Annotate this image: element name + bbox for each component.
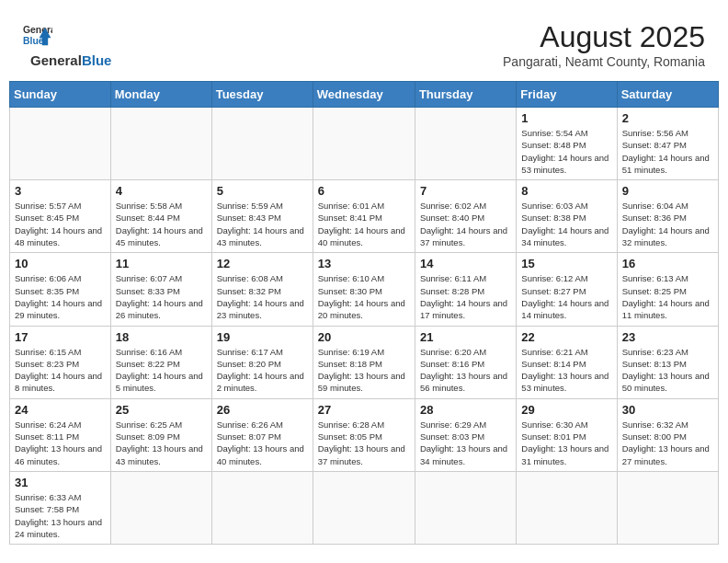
day-info: Sunrise: 6:04 AM Sunset: 8:36 PM Dayligh… [622, 200, 713, 248]
day-number: 12 [217, 257, 308, 270]
calendar-cell: 31Sunrise: 6:33 AM Sunset: 7:58 PM Dayli… [10, 471, 111, 544]
calendar-cell: 23Sunrise: 6:23 AM Sunset: 8:13 PM Dayli… [617, 326, 718, 398]
week-row-3: 10Sunrise: 6:06 AM Sunset: 8:35 PM Dayli… [10, 253, 719, 326]
day-info: Sunrise: 6:16 AM Sunset: 8:22 PM Dayligh… [116, 346, 207, 395]
calendar-cell [211, 471, 313, 544]
weekday-header-monday: Monday [110, 82, 211, 108]
week-row-5: 24Sunrise: 6:24 AM Sunset: 8:11 PM Dayli… [10, 398, 719, 471]
calendar-cell: 29Sunrise: 6:30 AM Sunset: 8:01 PM Dayli… [517, 398, 617, 471]
calendar-cell: 24Sunrise: 6:24 AM Sunset: 8:11 PM Dayli… [10, 398, 111, 471]
calendar-cell [313, 108, 415, 180]
calendar-cell: 7Sunrise: 6:02 AM Sunset: 8:40 PM Daylig… [415, 180, 516, 253]
calendar-cell [110, 471, 211, 544]
calendar-cell: 30Sunrise: 6:32 AM Sunset: 8:00 PM Dayli… [617, 398, 718, 471]
day-info: Sunrise: 5:57 AM Sunset: 8:45 PM Dayligh… [15, 200, 106, 248]
day-info: Sunrise: 6:32 AM Sunset: 8:00 PM Dayligh… [622, 419, 713, 467]
day-info: Sunrise: 6:11 AM Sunset: 8:28 PM Dayligh… [420, 272, 511, 321]
day-number: 13 [318, 257, 410, 270]
day-number: 20 [318, 330, 410, 344]
day-info: Sunrise: 6:28 AM Sunset: 8:05 PM Dayligh… [318, 419, 410, 467]
month-year: August 2025 [503, 20, 705, 54]
day-info: Sunrise: 6:17 AM Sunset: 8:20 PM Dayligh… [217, 346, 308, 395]
calendar-cell: 26Sunrise: 6:26 AM Sunset: 8:07 PM Dayli… [211, 398, 313, 471]
day-number: 8 [521, 184, 611, 198]
day-number: 24 [15, 403, 106, 417]
calendar-cell: 27Sunrise: 6:28 AM Sunset: 8:05 PM Dayli… [313, 398, 415, 471]
day-number: 6 [318, 184, 410, 198]
title-area: August 2025 Pangarati, Neamt County, Rom… [503, 20, 705, 69]
day-info: Sunrise: 6:33 AM Sunset: 7:58 PM Dayligh… [15, 491, 106, 540]
day-number: 29 [521, 403, 611, 417]
calendar-cell [211, 108, 313, 180]
calendar-cell: 6Sunrise: 6:01 AM Sunset: 8:41 PM Daylig… [313, 180, 415, 253]
week-row-1: 1Sunrise: 5:54 AM Sunset: 8:48 PM Daylig… [10, 108, 719, 180]
day-number: 10 [15, 257, 106, 270]
calendar-cell: 22Sunrise: 6:21 AM Sunset: 8:14 PM Dayli… [517, 326, 617, 398]
weekday-header-friday: Friday [517, 82, 617, 108]
calendar-cell: 21Sunrise: 6:20 AM Sunset: 8:16 PM Dayli… [415, 326, 516, 398]
day-info: Sunrise: 6:12 AM Sunset: 8:27 PM Dayligh… [521, 272, 611, 321]
calendar-cell: 3Sunrise: 5:57 AM Sunset: 8:45 PM Daylig… [10, 180, 111, 253]
weekday-header-wednesday: Wednesday [313, 82, 415, 108]
week-row-2: 3Sunrise: 5:57 AM Sunset: 8:45 PM Daylig… [10, 180, 719, 253]
location: Pangarati, Neamt County, Romania [503, 54, 705, 69]
day-number: 27 [318, 403, 410, 417]
weekday-header-thursday: Thursday [415, 82, 516, 108]
header: General Blue GeneralBlue August 2025 Pan… [9, 9, 719, 76]
calendar-cell [415, 108, 516, 180]
day-info: Sunrise: 6:08 AM Sunset: 8:32 PM Dayligh… [217, 272, 308, 321]
day-info: Sunrise: 6:10 AM Sunset: 8:30 PM Dayligh… [318, 272, 410, 321]
day-number: 26 [217, 403, 308, 417]
day-info: Sunrise: 5:59 AM Sunset: 8:43 PM Dayligh… [217, 200, 308, 248]
calendar-cell: 17Sunrise: 6:15 AM Sunset: 8:23 PM Dayli… [10, 326, 111, 398]
day-info: Sunrise: 5:54 AM Sunset: 8:48 PM Dayligh… [521, 127, 611, 176]
day-info: Sunrise: 6:19 AM Sunset: 8:18 PM Dayligh… [318, 346, 410, 395]
day-number: 28 [420, 403, 511, 417]
day-info: Sunrise: 6:26 AM Sunset: 8:07 PM Dayligh… [217, 419, 308, 467]
day-number: 11 [116, 257, 207, 270]
calendar: SundayMondayTuesdayWednesdayThursdayFrid… [9, 81, 719, 545]
day-info: Sunrise: 6:03 AM Sunset: 8:38 PM Dayligh… [521, 200, 611, 248]
day-number: 21 [420, 330, 511, 344]
day-number: 7 [420, 184, 511, 198]
calendar-cell [415, 471, 516, 544]
day-number: 31 [15, 476, 106, 489]
day-number: 9 [622, 184, 713, 198]
day-info: Sunrise: 6:07 AM Sunset: 8:33 PM Dayligh… [116, 272, 207, 321]
calendar-cell: 20Sunrise: 6:19 AM Sunset: 8:18 PM Dayli… [313, 326, 415, 398]
day-info: Sunrise: 6:20 AM Sunset: 8:16 PM Dayligh… [420, 346, 511, 395]
calendar-cell [313, 471, 415, 544]
day-number: 2 [622, 111, 713, 125]
day-number: 17 [15, 330, 106, 344]
calendar-cell: 1Sunrise: 5:54 AM Sunset: 8:48 PM Daylig… [517, 108, 617, 180]
calendar-cell: 9Sunrise: 6:04 AM Sunset: 8:36 PM Daylig… [617, 180, 718, 253]
calendar-cell: 19Sunrise: 6:17 AM Sunset: 8:20 PM Dayli… [211, 326, 313, 398]
day-info: Sunrise: 6:01 AM Sunset: 8:41 PM Dayligh… [318, 200, 410, 248]
calendar-cell: 18Sunrise: 6:16 AM Sunset: 8:22 PM Dayli… [110, 326, 211, 398]
day-info: Sunrise: 6:06 AM Sunset: 8:35 PM Dayligh… [15, 272, 106, 321]
day-number: 16 [622, 257, 713, 270]
day-info: Sunrise: 6:30 AM Sunset: 8:01 PM Dayligh… [521, 419, 611, 467]
weekday-header-saturday: Saturday [617, 82, 718, 108]
calendar-cell [110, 108, 211, 180]
day-number: 25 [116, 403, 207, 417]
calendar-cell: 14Sunrise: 6:11 AM Sunset: 8:28 PM Dayli… [415, 253, 516, 326]
calendar-cell: 16Sunrise: 6:13 AM Sunset: 8:25 PM Dayli… [617, 253, 718, 326]
day-info: Sunrise: 6:15 AM Sunset: 8:23 PM Dayligh… [15, 346, 106, 395]
day-number: 3 [15, 184, 106, 198]
day-info: Sunrise: 6:29 AM Sunset: 8:03 PM Dayligh… [420, 419, 511, 467]
calendar-cell [10, 108, 111, 180]
day-number: 23 [622, 330, 713, 344]
calendar-cell: 5Sunrise: 5:59 AM Sunset: 8:43 PM Daylig… [211, 180, 313, 253]
day-info: Sunrise: 6:24 AM Sunset: 8:11 PM Dayligh… [15, 419, 106, 467]
day-info: Sunrise: 6:21 AM Sunset: 8:14 PM Dayligh… [521, 346, 611, 395]
day-info: Sunrise: 5:56 AM Sunset: 8:47 PM Dayligh… [622, 127, 713, 176]
week-row-4: 17Sunrise: 6:15 AM Sunset: 8:23 PM Dayli… [10, 326, 719, 398]
day-number: 22 [521, 330, 611, 344]
day-number: 5 [217, 184, 308, 198]
day-info: Sunrise: 6:23 AM Sunset: 8:13 PM Dayligh… [622, 346, 713, 395]
calendar-cell: 28Sunrise: 6:29 AM Sunset: 8:03 PM Dayli… [415, 398, 516, 471]
calendar-cell: 25Sunrise: 6:25 AM Sunset: 8:09 PM Dayli… [110, 398, 211, 471]
day-info: Sunrise: 5:58 AM Sunset: 8:44 PM Dayligh… [116, 200, 207, 248]
calendar-cell: 12Sunrise: 6:08 AM Sunset: 8:32 PM Dayli… [211, 253, 313, 326]
